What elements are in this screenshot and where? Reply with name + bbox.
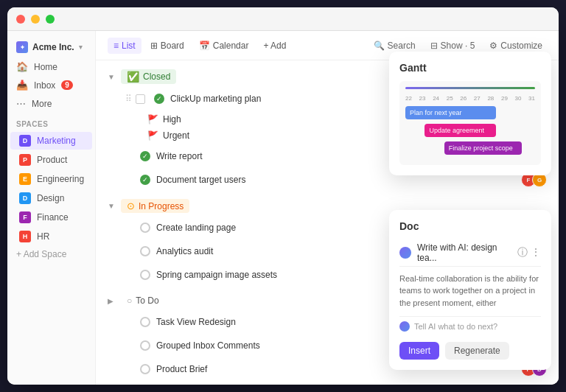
in-progress-label: In Progress xyxy=(139,201,184,211)
board-tab-label: Board xyxy=(161,41,184,51)
sidebar-item-finance[interactable]: F Finance xyxy=(10,209,92,226)
list-tab-icon: ≡ xyxy=(113,41,119,51)
task-status-open[interactable] xyxy=(140,340,150,351)
sidebar-item-more[interactable]: ⋯ More xyxy=(7,94,95,113)
insert-button[interactable]: Insert xyxy=(399,342,439,360)
task-status-done[interactable]: ✓ xyxy=(140,151,150,161)
design-label: Design xyxy=(37,193,64,203)
task-status-open[interactable] xyxy=(140,270,150,280)
app-window: ✦ Acme Inc. ▾ 🏠 Home 📥 Inbox 9 ⋯ More Sp… xyxy=(7,7,559,385)
sidebar-item-engineering[interactable]: E Engineering xyxy=(10,170,92,188)
todo-label: To Do xyxy=(136,295,158,306)
inbox-badge: 9 xyxy=(61,80,73,90)
marketing-dot: D xyxy=(19,135,31,147)
gantt-title: Gantt xyxy=(399,62,541,74)
doc-prompt-icon xyxy=(399,321,410,332)
tab-add[interactable]: + Add xyxy=(257,38,292,54)
gantt-bar-agreement-label: Update agreement xyxy=(429,127,484,134)
search-icon: 🔍 xyxy=(374,41,385,51)
customize-icon: ⚙ xyxy=(489,41,497,51)
list-tab-label: List xyxy=(122,41,136,51)
customize-button[interactable]: ⚙ Customize xyxy=(485,38,547,53)
doc-body: Real-time collaboration is the ability f… xyxy=(399,273,541,309)
customize-label: Customize xyxy=(500,41,542,51)
search-label: Search xyxy=(388,41,416,51)
regenerate-button[interactable]: Regenerate xyxy=(445,342,509,360)
maximize-button[interactable] xyxy=(46,15,55,24)
show-icon: ⊟ xyxy=(430,41,438,51)
gantt-chart: 2223242526 2728293031 Plan for next year… xyxy=(399,81,541,165)
finance-label: Finance xyxy=(37,212,69,223)
task-status-open[interactable] xyxy=(140,364,150,374)
show-label: Show · 5 xyxy=(441,41,475,51)
brand-chevron: ▾ xyxy=(79,43,83,51)
board-tab-icon: ⊞ xyxy=(150,41,158,51)
in-progress-status-icon: ⊙ xyxy=(127,200,135,211)
gantt-bar-agreement: Update agreement xyxy=(424,124,496,137)
search-button[interactable]: 🔍 Search xyxy=(369,38,420,53)
hr-label: HR xyxy=(37,231,49,242)
doc-prompt-row: Tell AI what to do next? xyxy=(399,316,541,336)
gantt-bar-scope-label: Finalize project scope xyxy=(449,144,513,152)
drag-icon: ⠿ xyxy=(125,94,132,104)
task-checkbox[interactable] xyxy=(136,94,145,104)
sidebar-item-inbox[interactable]: 📥 Inbox 9 xyxy=(7,76,95,94)
show-button[interactable]: ⊟ Show · 5 xyxy=(426,38,480,53)
tab-list[interactable]: ≡ List xyxy=(108,38,142,54)
task-status-open[interactable] xyxy=(140,223,150,233)
todo-badge: ○ To Do xyxy=(121,294,165,307)
inbox-label: Inbox xyxy=(34,80,55,91)
gantt-popup: Gantt 2223242526 2728293031 Plan for nex… xyxy=(389,52,551,175)
sidebar-item-home[interactable]: 🏠 Home xyxy=(7,57,95,76)
minimize-button[interactable] xyxy=(31,15,40,24)
tab-calendar[interactable]: 📅 Calendar xyxy=(193,38,255,54)
in-progress-badge: ⊙ In Progress xyxy=(121,199,189,213)
todo-status-icon: ○ xyxy=(127,295,132,306)
gantt-bar-row: Finalize project scope xyxy=(405,141,535,155)
add-tab-label: + Add xyxy=(263,41,286,51)
doc-item: Write with AI: design tea... ⓘ ⋮ xyxy=(399,239,541,267)
doc-more-icon[interactable]: ⋮ xyxy=(531,246,541,259)
design-dot: D xyxy=(19,192,31,204)
closed-label: Closed xyxy=(143,71,170,82)
brand-label: Acme Inc. xyxy=(32,42,74,52)
close-button[interactable] xyxy=(16,15,25,24)
calendar-tab-label: Calendar xyxy=(213,41,249,51)
engineering-dot: E xyxy=(19,173,31,185)
brand-icon: ✦ xyxy=(16,41,28,53)
closed-status-icon: ✅ xyxy=(127,71,139,83)
task-status-done[interactable]: ✓ xyxy=(154,94,164,104)
spaces-section-label: Spaces xyxy=(7,113,95,131)
doc-item-label: Write with AI: design tea... xyxy=(417,242,511,263)
closed-badge: ✅ Closed xyxy=(121,69,176,84)
doc-actions: ⓘ ⋮ xyxy=(517,246,541,259)
priority-high-label: High xyxy=(163,114,181,125)
doc-info-icon[interactable]: ⓘ xyxy=(517,246,528,259)
task-name: Document target users xyxy=(156,175,515,185)
add-space-label: + Add Space xyxy=(16,249,66,259)
sidebar-item-design[interactable]: D Design xyxy=(10,189,92,207)
product-label: Product xyxy=(37,155,67,165)
doc-popup: Doc Write with AI: design tea... ⓘ ⋮ Rea… xyxy=(389,210,551,371)
sidebar: ✦ Acme Inc. ▾ 🏠 Home 📥 Inbox 9 ⋯ More Sp… xyxy=(7,31,96,385)
gantt-bar-plan-label: Plan for next year xyxy=(410,109,462,116)
gantt-bar-scope: Finalize project scope xyxy=(444,141,523,155)
sidebar-item-product[interactable]: P Product xyxy=(10,151,92,169)
in-progress-chevron: ▼ xyxy=(108,202,116,210)
tab-board[interactable]: ⊞ Board xyxy=(144,38,190,54)
inbox-icon: 📥 xyxy=(16,80,28,91)
sidebar-item-marketing[interactable]: D Marketing xyxy=(10,132,92,150)
sidebar-item-hr[interactable]: H HR xyxy=(10,228,92,245)
home-label: Home xyxy=(34,62,57,72)
brand-button[interactable]: ✦ Acme Inc. ▾ xyxy=(7,37,95,57)
doc-ai-icon xyxy=(399,247,411,259)
task-status-open[interactable] xyxy=(140,246,150,256)
task-status-open[interactable] xyxy=(140,317,150,327)
home-icon: 🏠 xyxy=(16,61,28,72)
add-space-button[interactable]: + Add Space xyxy=(7,246,95,262)
title-bar xyxy=(7,7,559,31)
doc-buttons: Insert Regenerate xyxy=(399,342,541,360)
task-status-done[interactable]: ✓ xyxy=(140,175,150,185)
calendar-tab-icon: 📅 xyxy=(199,41,210,51)
high-flag-icon: 🚩 xyxy=(147,114,158,125)
